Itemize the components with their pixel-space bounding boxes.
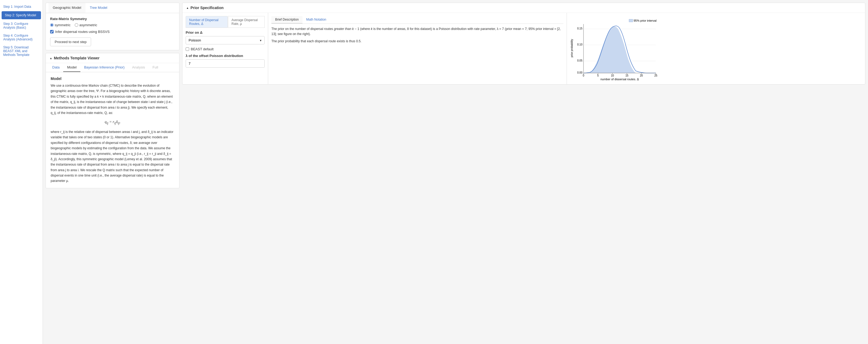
distribution-select-wrapper: Poisson <box>186 36 265 44</box>
svg-text:0.10: 0.10 <box>577 43 582 46</box>
svg-text:10: 10 <box>611 74 614 77</box>
methods-tab-full: Full <box>149 63 162 72</box>
methods-tab-data[interactable]: Data <box>49 63 63 72</box>
svg-text:0: 0 <box>583 74 584 77</box>
main-content: Geographic Model Tree Model Rate-Matrix … <box>43 0 868 344</box>
svg-text:0.15: 0.15 <box>577 27 582 30</box>
methods-tab-model[interactable]: Model <box>63 63 80 72</box>
rate-matrix-title: Rate-Matrix Symmetry <box>50 17 175 21</box>
formula-block: qij = rijδij, <box>51 119 175 126</box>
symmetric-radio[interactable] <box>50 23 54 27</box>
asymmetric-radio[interactable] <box>75 23 78 27</box>
svg-text:0.00: 0.00 <box>577 71 582 74</box>
methods-panel: ▲ Methods Template Viewer Data Model Bay… <box>45 53 180 188</box>
prior-layout: Number of Dispersal Routes, Δ Average Di… <box>182 13 865 84</box>
sidebar-item-step5[interactable]: Step 5: Download BEAST XML and Methods T… <box>0 43 42 59</box>
asymmetric-option[interactable]: asymmetric <box>75 23 97 27</box>
methods-tab-analysis: Analysis <box>128 63 149 72</box>
beast-default-checkbox[interactable] <box>186 47 189 51</box>
y-axis-label: prior probability <box>570 39 573 57</box>
proceed-button[interactable]: Proceed to next step <box>50 37 91 46</box>
symmetric-option[interactable]: symmetric <box>50 23 70 27</box>
legend-rect <box>629 19 633 22</box>
prior-spec-panel: ▲ Prior Specification Number of Dispersa… <box>182 3 865 84</box>
dispersal-tab-rate[interactable]: Average Dispersal Rate, μ <box>228 16 265 28</box>
methods-text: We use a continuous-time Markov chain (C… <box>51 83 175 184</box>
desc-tab-math[interactable]: Math Notation <box>303 16 330 24</box>
prior-controls: Number of Dispersal Routes, Δ Average Di… <box>182 13 268 84</box>
sidebar-item-step4[interactable]: Step 4: Configure Analysis (Advanced) <box>0 32 42 43</box>
svg-text:5: 5 <box>597 74 599 77</box>
prior-interval-fill <box>589 27 636 73</box>
tab-content: Rate-Matrix Symmetry symmetric asymmetri… <box>46 13 179 50</box>
methods-tab-bayesian[interactable]: Bayesian Inference (Prior) <box>81 63 128 72</box>
description-text: The prior on the number of dispersal rou… <box>271 27 563 44</box>
prior-chart: 95% prior interval prior probability 0.1… <box>570 16 661 80</box>
lambda-label: λ of the offset Poisson distribution <box>186 54 265 58</box>
prior-chart-area: 95% prior interval prior probability 0.1… <box>567 13 865 84</box>
model-tab-bar: Geographic Model Tree Model <box>46 3 179 13</box>
symmetry-radio-group: symmetric asymmetric <box>50 23 175 27</box>
desc-tab-bar: Brief Description Math Notation <box>271 16 563 24</box>
lambda-input[interactable] <box>186 59 265 68</box>
dispersal-tab-routes[interactable]: Number of Dispersal Routes, Δ <box>186 16 228 28</box>
sidebar-item-step3[interactable]: Step 3: Configure Analysis (Basic) <box>0 20 42 32</box>
methods-chevron-icon: ▲ <box>50 57 52 60</box>
svg-text:0.05: 0.05 <box>577 59 582 62</box>
dispersal-tab-bar: Number of Dispersal Routes, Δ Average Di… <box>186 16 265 28</box>
prior-on-label: Prior on Δ <box>186 31 265 35</box>
methods-tab-bar: Data Model Bayesian Inference (Prior) An… <box>46 63 179 72</box>
desc-tab-brief[interactable]: Brief Description <box>271 16 303 24</box>
svg-text:15: 15 <box>625 74 628 77</box>
prior-spec-header: ▲ Prior Specification <box>182 3 865 13</box>
sidebar-item-step2[interactable]: Step 2: Specify Model <box>2 11 41 19</box>
sidebar: Step 1: Import Data Step 2: Specify Mode… <box>0 0 43 344</box>
prior-description: Brief Description Math Notation The prio… <box>268 13 567 84</box>
methods-header: ▲ Methods Template Viewer <box>46 53 179 63</box>
distribution-select[interactable]: Poisson <box>186 36 265 44</box>
tab-geographic[interactable]: Geographic Model <box>49 3 86 13</box>
x-axis-label: number of dispersal routes, Δ <box>600 77 639 80</box>
infer-checkbox-option[interactable]: Infer dispersal routes using BSSVS <box>50 30 175 34</box>
sidebar-item-step1[interactable]: Step 1: Import Data <box>0 3 42 11</box>
svg-text:25: 25 <box>654 74 657 77</box>
prior-chevron-icon: ▲ <box>186 6 189 9</box>
beast-default-row: BEAST default <box>186 47 265 51</box>
methods-section-title: Model <box>51 76 175 81</box>
methods-content: Model We use a continuous-time Markov ch… <box>46 72 179 188</box>
tab-tree[interactable]: Tree Model <box>86 3 112 13</box>
infer-checkbox[interactable] <box>50 30 54 33</box>
svg-text:20: 20 <box>640 74 643 77</box>
legend-label: 95% prior interval <box>633 19 657 22</box>
